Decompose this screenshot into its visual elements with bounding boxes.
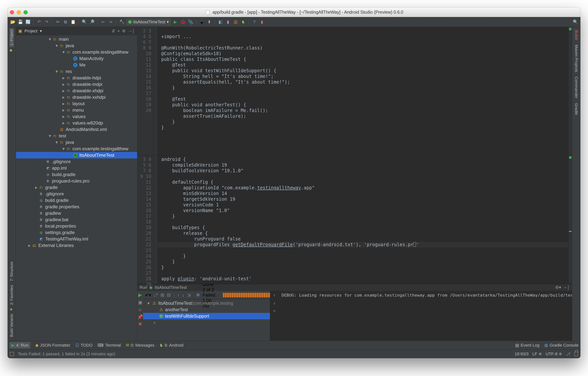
tree-item[interactable]: ◍settings.gradle — [16, 229, 137, 236]
redo-icon[interactable]: ↷ — [43, 19, 50, 25]
show-passed-icon[interactable]: ✔▾ — [145, 292, 151, 298]
bottom-run[interactable]: ▶ 4: Run — [10, 342, 30, 348]
tree-item[interactable]: ▾🗀com.example.testingallthew — [16, 146, 137, 152]
bottom-event-log[interactable]: ▤ Event Log — [515, 343, 539, 348]
bottom-todo[interactable]: ☑ TODO — [75, 343, 93, 348]
settings-gear-icon[interactable]: ⚙ — [122, 29, 126, 33]
bottom-android[interactable]: ♞ 6: Android — [159, 343, 183, 348]
tree-item[interactable]: ▸🗀gradle — [16, 184, 137, 191]
tree-item[interactable]: 🗎gradlew.bat — [16, 216, 137, 223]
expand-icon[interactable]: ⊞ — [160, 292, 164, 298]
tree-item[interactable]: ▸🗀drawable-hdpi — [16, 75, 137, 81]
tree-item[interactable]: ▾🗀res — [16, 68, 137, 75]
tree-item[interactable]: CMainActivity — [16, 55, 137, 62]
stripe-gradle[interactable]: Gradle — [574, 101, 579, 117]
stripe-favorites[interactable]: 2: Favorites — [10, 283, 14, 306]
stripe-maven[interactable]: Maven Projects — [574, 43, 579, 74]
bottom-messages[interactable]: ✉ 0: Messages — [126, 343, 154, 348]
run-icon[interactable]: ▶ — [172, 19, 179, 25]
debug-icon[interactable]: 🐞 — [180, 19, 186, 25]
file-encoding[interactable]: UTF-8 ≑ — [546, 352, 562, 356]
collapse-icon[interactable]: ⇵ — [112, 29, 115, 33]
tool-windows-icon[interactable] — [10, 352, 14, 356]
tree-item[interactable]: 🗎local.properties — [16, 223, 137, 229]
search-everywhere-icon[interactable]: 🔍 — [572, 19, 578, 25]
editor-top[interactable]: 2 3 4 5 6 7 8 9 10 11 12 13 14 15 16 17 … — [137, 27, 572, 155]
zoom-window-button[interactable] — [23, 10, 28, 14]
minimize-window-button[interactable] — [17, 10, 21, 14]
more-icon[interactable]: » — [273, 308, 275, 313]
stripe-buildr[interactable]: Buildr — [574, 28, 579, 42]
feedback-icon[interactable]: ▮ — [259, 19, 265, 25]
sort-icon[interactable]: ↓ᴬ — [154, 292, 158, 298]
help-icon[interactable]: ? — [251, 19, 257, 25]
tree-item[interactable]: ▾🗀java — [16, 139, 137, 146]
stripe-structure[interactable]: 7: Structure — [10, 260, 14, 282]
code-area[interactable]: android { compileSdkVersion 19 buildTool… — [158, 155, 568, 284]
bottom-json[interactable]: ◆ JSON Formatter — [35, 343, 70, 348]
tree-item[interactable]: 🗎proguard-rules.pro — [16, 178, 137, 184]
test-output-text[interactable]: DEBUG: Loading resources for com.example… — [278, 291, 580, 341]
prev-fail-icon[interactable]: ↑ — [177, 292, 180, 298]
cut-icon[interactable]: ✂ — [55, 19, 61, 25]
editor-bottom[interactable]: 3 4 5 6 7 8 9 10 11 12 13 14 15 16 17 18… — [137, 155, 572, 284]
android-stripe-icon[interactable]: ◆ — [10, 48, 14, 52]
android-icon[interactable]: ♞ — [240, 19, 246, 25]
collapse-icon[interactable]: ⊟ — [167, 292, 171, 298]
paste-icon[interactable]: 📋 — [70, 19, 76, 25]
tree-item[interactable]: ▸🗀drawable-xhdpi — [16, 88, 137, 94]
tree-item[interactable]: ▾🗀java — [16, 42, 137, 49]
test-more[interactable]: » — [143, 319, 270, 326]
save-icon[interactable]: 💾 — [17, 19, 23, 25]
gear-icon[interactable]: ✲ — [196, 292, 200, 298]
find-icon[interactable]: 🔍 — [81, 19, 87, 25]
tree-item[interactable]: ◩app.iml — [16, 165, 137, 171]
test-row[interactable]: testWithFullIdeSupport — [143, 313, 270, 319]
autoscroll-icon[interactable]: ⌖ — [118, 29, 120, 33]
tree-item[interactable]: ▧AndroidManifest.xml — [16, 126, 137, 133]
tree-item[interactable]: ▸🗀menu — [16, 107, 137, 113]
tree-item[interactable]: 🗎gradlew — [16, 210, 137, 216]
tree-item[interactable]: ▸🗀values-w820dp — [16, 120, 137, 126]
tree-item[interactable]: ▸🕮External Libraries — [16, 242, 137, 249]
replace-icon[interactable]: 🔎 — [89, 19, 95, 25]
sync-icon[interactable]: 🔄 — [25, 19, 31, 25]
tree-item[interactable]: ▾🗀test — [16, 133, 137, 139]
tree-item[interactable]: ▸🗀values — [16, 113, 137, 120]
bottom-terminal[interactable]: ⌨ Terminal — [97, 343, 121, 348]
open-icon[interactable]: 📂 — [10, 19, 16, 25]
stripe-commander[interactable]: Commander — [574, 75, 579, 100]
git-icon[interactable]: ⎇ — [566, 352, 571, 356]
run-config-selector[interactable]: ItsAboutTimeTest ▾ — [126, 19, 171, 25]
line-separator[interactable]: LF ≑ — [532, 352, 542, 356]
forward-icon[interactable]: ⇒ — [107, 19, 114, 25]
project-view-selector[interactable]: Project ▾ — [24, 29, 42, 33]
attach-icon[interactable]: 📎 — [187, 19, 194, 25]
dump-icon[interactable]: ⎌ — [139, 307, 141, 312]
copy-icon[interactable]: ⧉ — [62, 19, 69, 25]
down-icon[interactable]: ↓ — [273, 301, 275, 305]
up-icon[interactable]: ↑ — [273, 293, 275, 298]
undo-icon[interactable]: ↶ — [36, 19, 42, 25]
test-row[interactable]: ▾⚠ItsAboutTimeTest (com.example.testing — [143, 300, 270, 306]
fold-gutter[interactable] — [154, 27, 158, 155]
stop-icon[interactable]: ▣ — [138, 300, 142, 305]
back-icon[interactable]: ⇐ — [100, 19, 106, 25]
tree-item[interactable]: ◍build.gradle — [16, 171, 137, 178]
avd-manager-icon[interactable]: 📱 — [198, 19, 205, 25]
stripe-build-variants[interactable]: Build Variants — [10, 312, 14, 338]
overview-ruler[interactable] — [568, 27, 572, 155]
hierarchy-icon[interactable]: ▥ — [232, 19, 239, 25]
tree-item[interactable]: CMe — [16, 62, 137, 68]
tree-item[interactable]: ▸🗀layout — [16, 100, 137, 107]
rerun-icon[interactable]: ▶ — [138, 292, 142, 298]
tree-item[interactable]: ▾🗀com.example.testingallthew — [16, 49, 137, 55]
hide-icon[interactable]: →│ — [128, 29, 135, 33]
bottom-gradle-console[interactable]: ◍ Gradle Console — [544, 343, 578, 348]
pin-icon[interactable]: 📌 — [137, 314, 143, 320]
tree-item[interactable]: ◍build.gradle — [16, 197, 137, 204]
tree-item[interactable]: 🗎.gitignore — [16, 191, 137, 197]
settings-gear-icon[interactable]: ⚙▾ — [555, 285, 561, 290]
tree-item[interactable]: ▾🗀main — [16, 36, 137, 42]
tree-item[interactable]: ▸🗀drawable-xxhdpi — [16, 94, 137, 100]
